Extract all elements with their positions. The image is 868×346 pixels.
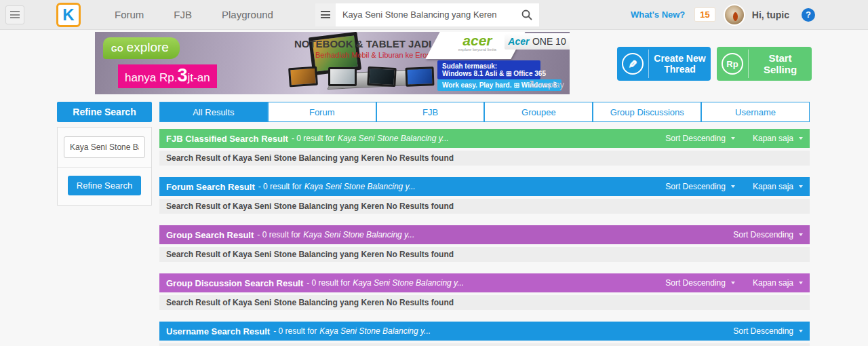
- section-title: FJB Classified Search Result: [166, 134, 288, 144]
- search-input[interactable]: [336, 3, 515, 26]
- start-selling-button[interactable]: Rp Start Selling: [717, 47, 812, 81]
- group-discussion-section: Group Discussion Search Result - 0 resul…: [159, 273, 810, 310]
- section-search-term: Kaya Seni Stone Balancing y...: [338, 134, 449, 143]
- user-greeting-link[interactable]: Hi, tupic: [752, 9, 789, 20]
- section-title: Group Search Result: [166, 230, 254, 240]
- refine-search-sidebar: Refine Search Refine Search: [57, 102, 152, 346]
- caret-down-icon: [731, 185, 735, 188]
- banner-device-image: [328, 67, 357, 86]
- section-result-count: - 0 result for: [292, 134, 335, 143]
- sort-descending-dropdown[interactable]: Sort Descending: [665, 278, 735, 288]
- menu-button[interactable]: [5, 5, 24, 24]
- windows-icon: ⊞: [513, 81, 519, 89]
- kaskus-logo-letter: K: [62, 7, 74, 23]
- sort-descending-dropdown[interactable]: Sort Descending: [733, 326, 803, 336]
- section-search-term: Kaya Seni Stone Balancing y...: [303, 230, 414, 239]
- avatar[interactable]: [724, 4, 745, 26]
- nav-item-fjb[interactable]: FJB: [159, 9, 207, 20]
- banner-ad[interactable]: GO explore hanya Rp.3jt-an NOTEBOOK & TA…: [95, 32, 570, 94]
- replay-icon: ↻: [529, 79, 538, 90]
- top-bar: K Forum FJB Playground What's New? 15 Hi…: [0, 0, 868, 30]
- section-title: Username Search Result: [166, 326, 270, 337]
- section-search-term: Kaya Seni Stone Balancing y...: [319, 326, 431, 336]
- nav-item-forum[interactable]: Forum: [100, 9, 159, 20]
- sort-descending-dropdown[interactable]: Sort Descending: [665, 182, 735, 191]
- section-header: Username Search Result - 0 result for Ka…: [159, 322, 810, 341]
- kaskus-logo[interactable]: K: [56, 3, 81, 27]
- group-section: Group Search Result - 0 result for Kaya …: [159, 225, 810, 262]
- refine-search-input[interactable]: [64, 136, 145, 158]
- main-nav: Forum FJB Playground: [100, 9, 288, 20]
- section-title: Group Discussion Search Result: [166, 278, 303, 288]
- section-header: Group Discussion Search Result - 0 resul…: [159, 273, 810, 292]
- search-icon: [521, 9, 532, 20]
- results-content: All Results Forum FJB Groupee Group Disc…: [159, 102, 810, 346]
- search-button[interactable]: [515, 3, 539, 26]
- caret-down-icon: [799, 233, 803, 236]
- search-bar: [315, 3, 539, 26]
- tab-fjb[interactable]: FJB: [376, 102, 485, 122]
- caret-down-icon: [799, 282, 803, 284]
- caret-down-icon: [799, 137, 803, 140]
- section-header: Forum Search Result - 0 result for Kaya …: [159, 177, 810, 196]
- notification-badge[interactable]: 15: [694, 7, 715, 22]
- no-results-row: Search Result of Kaya Seni Stone Balanci…: [159, 343, 810, 346]
- no-results-row: Search Result of Kaya Seni Stone Balanci…: [159, 295, 810, 310]
- rupiah-icon: Rp: [722, 53, 743, 75]
- caret-down-icon: [799, 185, 803, 188]
- section-result-count: - 0 result for: [307, 278, 350, 288]
- time-filter-dropdown[interactable]: Kapan saja: [753, 278, 803, 288]
- main-area: Refine Search Refine Search All Results …: [57, 102, 868, 346]
- caret-down-icon: [799, 330, 803, 332]
- section-result-count: - 0 result for: [258, 182, 302, 191]
- refine-search-header[interactable]: Refine Search: [57, 102, 152, 122]
- sort-descending-dropdown[interactable]: Sort Descending: [665, 134, 735, 143]
- section-title: Forum Search Result: [166, 182, 255, 192]
- search-category-button[interactable]: [315, 3, 336, 26]
- tab-all-results[interactable]: All Results: [159, 102, 268, 122]
- section-search-term: Kaya Seni Stone Balancing y...: [304, 182, 416, 191]
- username-section: Username Search Result - 0 result for Ka…: [159, 322, 810, 346]
- no-results-row: Search Result of Kaya Seni Stone Balanci…: [159, 151, 810, 166]
- banner-price-tag: hanya Rp.3jt-an: [118, 64, 217, 88]
- refine-search-panel: Refine Search: [57, 127, 152, 206]
- tab-forum[interactable]: Forum: [268, 102, 376, 122]
- create-new-thread-button[interactable]: ✎ Create New Thread: [617, 47, 711, 81]
- tab-username[interactable]: Username: [701, 102, 810, 122]
- banner-product-label: Acer ONE 10: [505, 33, 570, 50]
- nav-item-playground[interactable]: Playground: [207, 9, 288, 20]
- no-results-row: Search Result of Kaya Seni Stone Balanci…: [159, 247, 810, 262]
- section-result-count: - 0 result for: [257, 230, 300, 239]
- banner-go-explore-badge: GO explore: [103, 37, 180, 59]
- section-result-count: - 0 result for: [273, 326, 317, 336]
- banner-device-image: [406, 66, 435, 86]
- pencil-icon: ✎: [622, 53, 644, 75]
- no-results-row: Search Result of Kaya Seni Stone Balanci…: [159, 199, 810, 214]
- time-filter-dropdown[interactable]: Kapan saja: [753, 134, 803, 143]
- help-icon[interactable]: ?: [802, 8, 815, 22]
- fjb-classified-section: FJB Classified Search Result - 0 result …: [159, 129, 810, 166]
- banner-included-box: Sudah termasuk: Windows 8.1 Asli & ⊞ Off…: [437, 60, 540, 79]
- tab-groupee[interactable]: Groupee: [484, 102, 593, 122]
- caret-down-icon: [731, 137, 735, 140]
- hamburger-icon: [321, 11, 330, 18]
- banner-row: GO explore hanya Rp.3jt-an NOTEBOOK & TA…: [0, 30, 868, 94]
- forum-section: Forum Search Result - 0 result for Kaya …: [159, 177, 810, 214]
- time-filter-dropdown[interactable]: Kapan saja: [753, 182, 803, 191]
- top-bar-right: What's New? 15 Hi, tupic ?: [631, 4, 815, 26]
- sort-descending-dropdown[interactable]: Sort Descending: [733, 230, 803, 239]
- section-header: FJB Classified Search Result - 0 result …: [159, 129, 810, 148]
- banner-device-image: [288, 66, 318, 88]
- hamburger-icon: [10, 11, 20, 18]
- whats-new-link[interactable]: What's New?: [631, 9, 685, 20]
- section-search-term: Kaya Seni Stone Balancing y...: [353, 278, 464, 288]
- caret-down-icon: [731, 282, 735, 284]
- banner-replay-button[interactable]: ↻replay: [529, 78, 564, 91]
- results-tabs: All Results Forum FJB Groupee Group Disc…: [159, 102, 810, 122]
- tab-group-discussions[interactable]: Group Discussions: [593, 102, 701, 122]
- panel-divider: [58, 167, 151, 168]
- refine-search-button[interactable]: Refine Search: [68, 176, 141, 195]
- section-header: Group Search Result - 0 result for Kaya …: [159, 225, 810, 244]
- banner-device-image: [367, 66, 396, 87]
